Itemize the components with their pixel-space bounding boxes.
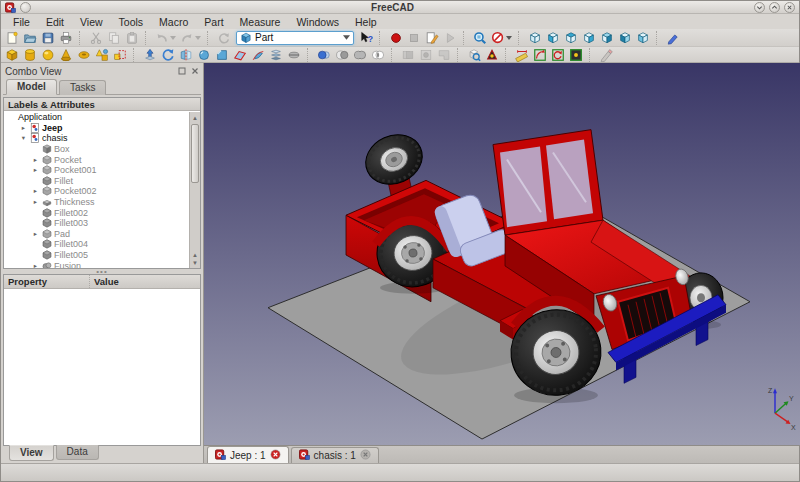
expand-arrow-icon[interactable]: ▸ — [31, 230, 40, 238]
macro-play-button[interactable] — [441, 30, 459, 46]
cut-button[interactable] — [87, 30, 105, 46]
tree-item-pocket002[interactable]: ▸Pocket002 — [4, 186, 189, 197]
menu-windows[interactable]: Windows — [288, 15, 347, 29]
view-front-button[interactable] — [544, 30, 562, 46]
tree-item-box[interactable]: Box — [4, 144, 189, 155]
minimize-button[interactable] — [754, 2, 765, 13]
close-tab-icon[interactable] — [270, 449, 281, 462]
tree-item-thickness[interactable]: ▸Thickness — [4, 197, 189, 208]
part-make-face-button[interactable] — [231, 48, 249, 62]
part-chamfer-button[interactable] — [213, 48, 231, 62]
menu-macro[interactable]: Macro — [151, 15, 196, 29]
tree-item-fillet004[interactable]: Fillet004 — [4, 239, 189, 250]
part-box-button[interactable] — [3, 48, 21, 62]
view-axonometric-button[interactable] — [526, 30, 544, 46]
draw-style-button[interactable] — [489, 30, 514, 46]
part-sphere-button[interactable] — [39, 48, 57, 62]
part-mirror-button[interactable] — [177, 48, 195, 62]
tree-item-fillet[interactable]: Fillet — [4, 176, 189, 187]
part-intersection-button[interactable] — [369, 48, 387, 62]
view-top-button[interactable] — [562, 30, 580, 46]
tree-item-pocket001[interactable]: ▸Pocket001 — [4, 165, 189, 176]
menu-file[interactable]: File — [5, 15, 38, 29]
menu-edit[interactable]: Edit — [38, 15, 72, 29]
defeaturing-button[interactable] — [483, 48, 501, 62]
tree-item-pad[interactable]: ▸Pad — [4, 229, 189, 240]
save-button[interactable] — [39, 30, 57, 46]
measure-refresh-button[interactable] — [549, 48, 567, 62]
scroll-up-icon[interactable]: ▲ — [190, 113, 200, 122]
part-shape-builder-button[interactable] — [111, 48, 129, 62]
part-fillet-button[interactable] — [195, 48, 213, 62]
tab-view[interactable]: View — [9, 445, 54, 461]
refresh-button[interactable] — [215, 30, 233, 46]
measure-toggle-button[interactable] — [567, 48, 585, 62]
sketch-view-button[interactable] — [664, 30, 682, 46]
paste-button[interactable] — [123, 30, 141, 46]
tree-item-chasis[interactable]: ▾chasis — [4, 133, 189, 144]
view-bottom-button[interactable] — [616, 30, 634, 46]
tree-item-pocket[interactable]: ▸Pocket — [4, 154, 189, 165]
part-union-button[interactable] — [351, 48, 369, 62]
expand-arrow-icon[interactable]: ▸ — [31, 156, 40, 164]
measure-clear-button[interactable] — [597, 48, 615, 62]
collapse-arrow-icon[interactable]: ▾ — [19, 134, 28, 142]
part-cross-sections-button[interactable] — [285, 48, 303, 62]
tree-item-fillet003[interactable]: Fillet003 — [4, 218, 189, 229]
check-geometry-button[interactable] — [465, 48, 483, 62]
jeep-windshield[interactable] — [493, 130, 603, 235]
menu-help[interactable]: Help — [347, 15, 385, 29]
expand-arrow-icon[interactable]: ▸ — [31, 166, 40, 174]
whats-this-button[interactable]: ? — [357, 30, 375, 46]
menu-tools[interactable]: Tools — [111, 15, 152, 29]
close-button[interactable] — [784, 2, 795, 13]
part-connect-button[interactable] — [399, 48, 417, 62]
menu-view[interactable]: View — [72, 15, 111, 29]
view-right-button[interactable] — [580, 30, 598, 46]
value-column-header[interactable]: Value — [90, 275, 200, 288]
float-panel-icon[interactable] — [178, 67, 186, 75]
expand-arrow-icon[interactable]: ▸ — [19, 124, 28, 132]
view-left-button[interactable] — [634, 30, 652, 46]
tree-item-fillet005[interactable]: Fillet005 — [4, 250, 189, 261]
tree-item-application[interactable]: Application — [4, 112, 189, 123]
part-torus-button[interactable] — [75, 48, 93, 62]
property-list[interactable] — [4, 289, 200, 445]
part-sweep-button[interactable] — [249, 48, 267, 62]
scrollbar-thumb[interactable] — [191, 124, 199, 183]
view-rear-button[interactable] — [598, 30, 616, 46]
tree-scrollbar[interactable]: ▲ ▲ ▼ — [189, 112, 200, 268]
part-revolve-button[interactable] — [159, 48, 177, 62]
redo-button[interactable] — [178, 30, 203, 46]
print-button[interactable] — [57, 30, 75, 46]
3d-viewport[interactable]: Z Y X — [204, 63, 800, 445]
part-cylinder-button[interactable] — [21, 48, 39, 62]
maximize-button[interactable] — [769, 2, 780, 13]
copy-button[interactable] — [105, 30, 123, 46]
scroll-down-icon[interactable]: ▼ — [190, 258, 200, 267]
fit-all-button[interactable] — [471, 30, 489, 46]
undo-button[interactable] — [153, 30, 178, 46]
property-column-header[interactable]: Property — [4, 275, 90, 288]
part-primitives-button[interactable] — [93, 48, 111, 62]
workbench-selector[interactable]: Part — [236, 31, 354, 45]
expand-arrow-icon[interactable]: ▸ — [31, 262, 40, 268]
part-embed-button[interactable] — [417, 48, 435, 62]
part-extrude-button[interactable] — [141, 48, 159, 62]
tab-model[interactable]: Model — [6, 79, 57, 95]
tree-item-fusion[interactable]: ▸Fusion — [4, 260, 189, 268]
tab-data[interactable]: Data — [56, 445, 99, 460]
close-tab-icon[interactable] — [360, 449, 371, 462]
tree-item-jeep[interactable]: ▸Jeep — [4, 123, 189, 134]
new-file-button[interactable] — [3, 30, 21, 46]
macro-stop-button[interactable] — [405, 30, 423, 46]
window-menu-button[interactable] — [20, 2, 31, 13]
macro-edit-button[interactable] — [423, 30, 441, 46]
part-cone-button[interactable] — [57, 48, 75, 62]
tree-item-fillet002[interactable]: Fillet002 — [4, 207, 189, 218]
close-panel-icon[interactable] — [191, 67, 199, 75]
mdi-tab-chasis-1[interactable]: chasis : 1 — [291, 447, 379, 463]
expand-arrow-icon[interactable]: ▸ — [31, 187, 40, 195]
part-boolean-button[interactable] — [315, 48, 333, 62]
open-file-button[interactable] — [21, 30, 39, 46]
